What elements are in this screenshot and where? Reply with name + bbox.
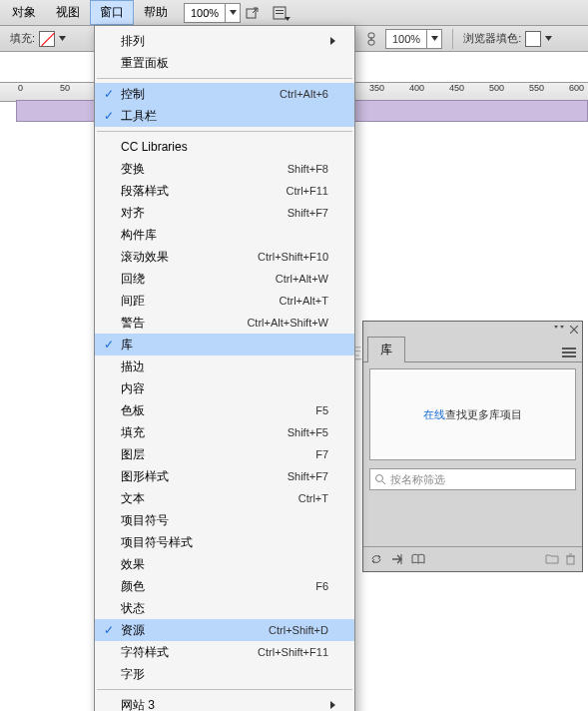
svg-rect-7 (562, 348, 576, 350)
menu-item-warning[interactable]: 警告Ctrl+Alt+Shift+W (95, 312, 354, 334)
menu-item-text[interactable]: 文本Ctrl+T (95, 487, 354, 509)
trash-icon[interactable] (565, 553, 576, 565)
menu-item-library[interactable]: ✓库 (95, 334, 354, 356)
filter-input[interactable]: 按名称筛选 (369, 468, 576, 490)
browser-fill-label: 浏览器填色: (463, 31, 521, 46)
menu-view[interactable]: 视图 (46, 0, 90, 25)
svg-rect-0 (247, 9, 256, 18)
menu-item-states[interactable]: 状态 (95, 597, 354, 619)
book-icon[interactable] (411, 553, 425, 565)
menu-item-scroll-effects[interactable]: 滚动效果Ctrl+Shift+F10 (95, 246, 354, 268)
menu-object[interactable]: 对象 (2, 0, 46, 25)
menu-item-spacing[interactable]: 间距Ctrl+Alt+T (95, 290, 354, 312)
menu-item-widget-library[interactable]: 构件库 (95, 224, 354, 246)
menu-item-effects[interactable]: 效果 (95, 553, 354, 575)
panel-footer (363, 546, 582, 571)
panel-tabs: 库 (363, 338, 582, 362)
menu-item-cc-libraries[interactable]: CC Libraries (95, 136, 354, 158)
menu-item-graphic-styles[interactable]: 图形样式Shift+F7 (95, 465, 354, 487)
panel-spacer (363, 496, 582, 546)
menu-separator (97, 689, 352, 690)
svg-rect-8 (562, 352, 576, 354)
menu-item-fill[interactable]: 填充Shift+F5 (95, 421, 354, 443)
separator (452, 29, 453, 49)
menu-item-bullet-styles[interactable]: 项目符号样式 (95, 531, 354, 553)
new-folder-icon[interactable] (545, 553, 559, 565)
search-icon (374, 473, 386, 485)
fill-label: 填充: (10, 31, 35, 46)
zoom-combo[interactable]: 100% (184, 3, 241, 23)
menu-item-color[interactable]: 颜色F6 (95, 575, 354, 597)
menu-item-control[interactable]: ✓控制Ctrl+Alt+6 (95, 83, 354, 105)
link-icon[interactable] (363, 31, 379, 47)
svg-rect-9 (562, 356, 576, 357)
menu-bar: 对象 视图 窗口 帮助 100% (0, 0, 588, 26)
menu-item-character-styles[interactable]: 字符样式Ctrl+Shift+F11 (95, 641, 354, 663)
menu-separator (97, 131, 352, 132)
menu-help[interactable]: 帮助 (134, 0, 178, 25)
browser-fill-swatch[interactable] (525, 31, 541, 47)
menu-item-bullets[interactable]: 项目符号 (95, 509, 354, 531)
go-icon[interactable] (391, 553, 403, 565)
svg-rect-3 (276, 13, 284, 14)
menu-item-paragraph-style[interactable]: 段落样式Ctrl+F11 (95, 180, 354, 202)
tab-library[interactable]: 库 (367, 337, 405, 362)
menu-item-assets[interactable]: ✓资源Ctrl+Shift+D (95, 619, 354, 641)
zoom-value: 100% (185, 7, 225, 19)
panel-menu-icon[interactable] (562, 348, 576, 357)
menu-item-swatches[interactable]: 色板F5 (95, 399, 354, 421)
svg-line-11 (382, 481, 385, 484)
menu-window[interactable]: 窗口 (90, 0, 134, 25)
menu-item-arrange[interactable]: 排列 (95, 30, 354, 52)
zoom-dropdown-arrow[interactable] (225, 4, 240, 22)
sync-icon[interactable] (369, 553, 383, 565)
browser-fill-dropdown-icon[interactable] (545, 36, 552, 41)
svg-point-10 (376, 475, 383, 482)
panel-body: 在线查找更多库项目 按名称筛选 (363, 362, 582, 496)
menu-item-toolbar[interactable]: ✓工具栏 (95, 105, 354, 127)
menu-item-align[interactable]: 对齐Shift+F7 (95, 202, 354, 224)
opacity-field[interactable]: 100% (385, 29, 442, 49)
fill-dropdown-icon[interactable] (59, 36, 66, 41)
handoff-icon[interactable] (245, 5, 261, 21)
menu-item-site[interactable]: 网站 3 (95, 694, 354, 711)
svg-rect-2 (276, 10, 284, 11)
workspace-icon[interactable] (269, 5, 291, 21)
panel-header (363, 322, 582, 338)
collapse-icon[interactable] (554, 326, 564, 334)
menu-item-transform[interactable]: 变换Shift+F8 (95, 158, 354, 180)
menu-item-glyphs[interactable]: 字形 (95, 663, 354, 685)
window-menu-dropdown: 排列 重置面板 ✓控制Ctrl+Alt+6 ✓工具栏 CC Libraries … (94, 25, 355, 711)
fill-swatch[interactable] (39, 31, 55, 47)
menu-item-content[interactable]: 内容 (95, 377, 354, 399)
menu-item-reset-panel[interactable]: 重置面板 (95, 52, 354, 74)
menu-item-layers[interactable]: 图层F7 (95, 443, 354, 465)
menu-separator (97, 78, 352, 79)
filter-placeholder: 按名称筛选 (390, 472, 445, 487)
svg-rect-13 (567, 556, 574, 564)
library-empty-well[interactable]: 在线查找更多库项目 (369, 368, 576, 460)
library-panel: 库 在线查找更多库项目 按名称筛选 (362, 321, 583, 572)
menu-item-wrap[interactable]: 回绕Ctrl+Alt+W (95, 268, 354, 290)
menu-item-stroke[interactable]: 描边 (95, 356, 354, 377)
close-icon[interactable] (570, 326, 578, 334)
